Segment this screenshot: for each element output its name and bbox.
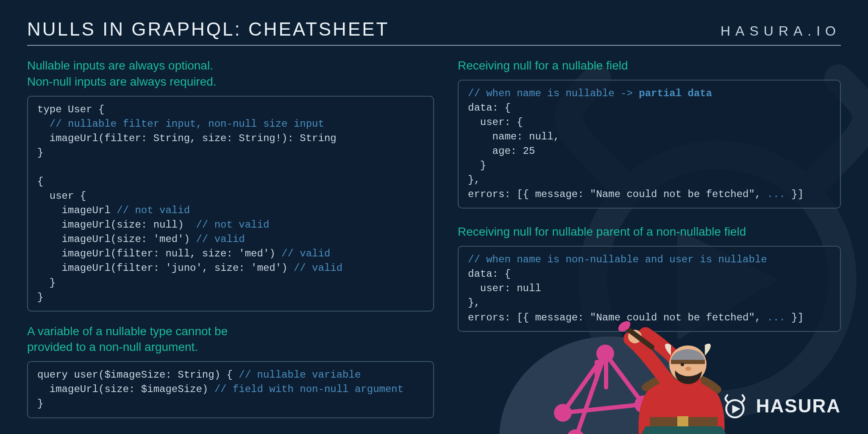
- code-line: user: null: [468, 283, 541, 294]
- section-heading-line: A variable of a nullable type cannot be: [27, 325, 228, 338]
- code-block: type User { // nullable filter input, no…: [27, 96, 434, 312]
- code-block: // when name is nullable -> partial data…: [458, 80, 841, 209]
- section-heading-line: Nullable inputs are always optional.: [27, 59, 213, 72]
- code-line: imageUrl(filter: null, size: 'med'): [37, 248, 281, 259]
- site-label: HASURA.IO: [721, 23, 841, 39]
- header: NULLS IN GRAPHQL: CHEATSHEET HASURA.IO: [27, 19, 841, 46]
- code-line: },: [468, 174, 480, 186]
- code-comment: ...: [767, 189, 785, 200]
- code-comment: // field with non-null argument: [214, 384, 403, 395]
- brand-logo: HASURA: [721, 392, 841, 420]
- code-line: query user($imageSize: String) {: [37, 369, 239, 381]
- code-line: {: [37, 176, 43, 187]
- code-comment: // valid: [196, 234, 245, 245]
- code-line: imageUrl(filter: 'juno', size: 'med'): [37, 262, 294, 274]
- brand-name: HASURA: [756, 395, 841, 417]
- page-title: NULLS IN GRAPHQL: CHEATSHEET: [27, 19, 389, 40]
- code-comment: // nullable variable: [239, 369, 361, 381]
- section-heading: Receiving null for a nullable field: [458, 58, 841, 74]
- code-line: type User {: [37, 104, 104, 115]
- code-line: imageUrl: [37, 205, 117, 216]
- code-line: user {: [37, 190, 86, 202]
- hasura-logo-icon: [721, 392, 748, 420]
- code-comment: // when name is non-nullable and user is…: [468, 254, 767, 265]
- code-comment: // valid: [281, 248, 330, 259]
- code-line: }: [468, 160, 486, 171]
- code-line: imageUrl(size: 'med'): [37, 234, 196, 245]
- code-block: // when name is non-nullable and user is…: [458, 246, 841, 331]
- code-line: }: [37, 292, 43, 303]
- svg-point-9: [569, 431, 582, 434]
- code-line: },: [468, 297, 480, 309]
- section-heading: Receiving null for nullable parent of a …: [458, 224, 841, 240]
- section-heading: Nullable inputs are always optional. Non…: [27, 58, 434, 90]
- section-heading: A variable of a nullable type cannot be …: [27, 323, 434, 356]
- code-block: query user($imageSize: String) { // null…: [27, 361, 434, 418]
- code-line: data: {: [468, 268, 511, 280]
- code-line: age: 25: [468, 145, 535, 157]
- right-column: Receiving null for a nullable field // w…: [458, 58, 841, 430]
- code-line: }: [37, 277, 56, 289]
- code-comment: // not valid: [117, 205, 190, 216]
- code-line: name: null,: [468, 131, 559, 142]
- code-line: }]: [785, 312, 804, 323]
- code-line: imageUrl(filter: String, size: String!):…: [37, 133, 337, 144]
- code-comment: // when name is nullable ->: [468, 88, 639, 99]
- code-comment: // not valid: [196, 219, 269, 231]
- code-line: imageUrl(size: $imageSize): [37, 384, 214, 395]
- code-comment: ...: [767, 312, 785, 323]
- section-heading-line: Non-null inputs are always required.: [27, 75, 217, 88]
- code-line: imageUrl(size: null): [37, 219, 196, 231]
- code-line: errors: [{ message: "Name could not be f…: [468, 312, 767, 323]
- section-heading-line: provided to a non-null argument.: [27, 340, 198, 353]
- code-line: }: [37, 398, 43, 409]
- code-line: }]: [785, 189, 804, 200]
- code-line: user: {: [468, 117, 523, 128]
- code-comment: // valid: [294, 262, 342, 274]
- code-comment: // nullable filter input, non-null size …: [37, 118, 324, 130]
- code-line: }: [37, 147, 43, 159]
- code-line: data: {: [468, 102, 511, 114]
- code-line: errors: [{ message: "Name could not be f…: [468, 189, 767, 200]
- left-column: Nullable inputs are always optional. Non…: [27, 58, 434, 430]
- code-comment: partial data: [639, 88, 712, 99]
